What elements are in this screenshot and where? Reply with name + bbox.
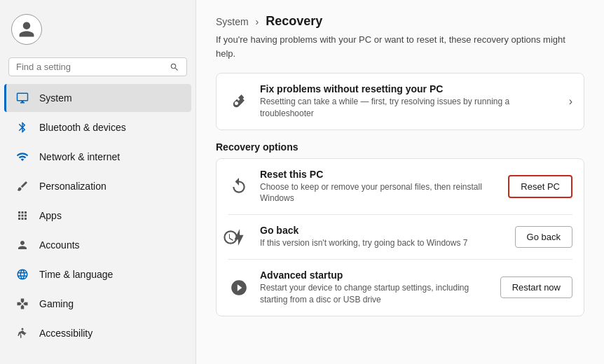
goback-card-desc: If this version isn't working, try going… [260, 237, 505, 249]
apps-icon [15, 209, 29, 223]
go-back-button[interactable]: Go back [515, 226, 572, 248]
sidebar-item-label: Time & language [39, 269, 113, 280]
sidebar-item-system[interactable]: System [4, 84, 191, 112]
sidebar-item-accessibility[interactable]: Accessibility [4, 319, 191, 347]
sidebar-item-label: Personalization [39, 181, 107, 192]
breadcrumb-parent: System [216, 16, 249, 27]
fix-card-chevron: › [569, 95, 572, 108]
breadcrumb-current: Recovery [266, 14, 322, 28]
fix-card-text: Fix problems without resetting your PC R… [260, 83, 559, 120]
advanced-card-desc: Restart your device to change startup se… [260, 282, 490, 306]
reset-card-text: Reset this PC Choose to keep or remove y… [260, 169, 498, 205]
sidebar-item-label: System [39, 92, 72, 104]
goback-icon [228, 226, 250, 248]
sidebar-item-label: Network & internet [39, 151, 120, 162]
fix-problems-card[interactable]: Fix problems without resetting your PC R… [216, 73, 584, 130]
sidebar-item-label: Accounts [39, 239, 80, 251]
avatar[interactable] [11, 14, 42, 45]
search-input[interactable] [16, 62, 170, 72]
search-bar[interactable] [8, 57, 187, 76]
reset-icon [228, 175, 250, 197]
sidebar-item-network[interactable]: Network & internet [4, 143, 191, 171]
goback-row: Go back If this version isn't working, t… [217, 215, 584, 259]
brush-icon [15, 179, 29, 193]
fix-card-desc: Resetting can take a while — first, try … [260, 96, 559, 120]
restart-now-button[interactable]: Restart now [500, 276, 572, 298]
monitor-icon [15, 91, 29, 105]
wrench-icon [228, 90, 250, 113]
reset-card-action: Reset PC [508, 175, 572, 198]
sidebar-item-accounts[interactable]: Accounts [4, 231, 191, 259]
advanced-card-action: Restart now [500, 276, 572, 298]
user-icon [18, 20, 36, 38]
reset-card-desc: Choose to keep or remove your personal f… [260, 181, 498, 205]
reset-card-title: Reset this PC [260, 169, 498, 180]
page-subtitle: If you're having problems with your PC o… [216, 33, 566, 60]
search-icon [170, 62, 179, 72]
main-content: System › Recovery If you're having probl… [196, 0, 604, 364]
advanced-card-text: Advanced startup Restart your device to … [260, 270, 490, 306]
sidebar-item-label: Apps [39, 210, 62, 221]
breadcrumb-separator: › [256, 16, 259, 27]
goback-card-action: Go back [515, 226, 572, 248]
svg-point-0 [22, 328, 24, 330]
advanced-startup-icon [228, 276, 250, 299]
sidebar-item-time[interactable]: Time & language [4, 260, 191, 288]
bluetooth-icon [15, 120, 29, 134]
network-icon [15, 150, 29, 164]
sidebar-item-label: Bluetooth & devices [39, 122, 126, 133]
accessibility-icon [15, 326, 29, 340]
sidebar-item-gaming[interactable]: Gaming [4, 290, 191, 318]
goback-card-text: Go back If this version isn't working, t… [260, 225, 505, 249]
sidebar-item-label: Accessibility [39, 328, 92, 339]
sidebar-item-apps[interactable]: Apps [4, 202, 191, 230]
fix-card-title: Fix problems without resetting your PC [260, 83, 559, 94]
advanced-card-title: Advanced startup [260, 270, 490, 281]
recovery-section-title: Recovery options [216, 141, 584, 153]
sidebar-item-bluetooth[interactable]: Bluetooth & devices [4, 113, 191, 141]
reset-pc-card: Reset this PC Choose to keep or remove y… [216, 158, 584, 316]
sidebar-item-label: Gaming [39, 298, 74, 309]
chevron-right-icon: › [569, 95, 572, 108]
sidebar-item-personalization[interactable]: Personalization [4, 172, 191, 200]
sidebar: System Bluetooth & devices Network & int… [0, 0, 196, 364]
advanced-startup-row: Advanced startup Restart your device to … [217, 260, 584, 316]
game-icon [15, 297, 29, 311]
globe-icon [15, 267, 29, 281]
breadcrumb: System › Recovery [216, 14, 584, 29]
reset-pc-button[interactable]: Reset PC [508, 175, 572, 198]
person-icon [15, 238, 29, 252]
profile-section [0, 7, 195, 55]
goback-card-title: Go back [260, 225, 505, 236]
